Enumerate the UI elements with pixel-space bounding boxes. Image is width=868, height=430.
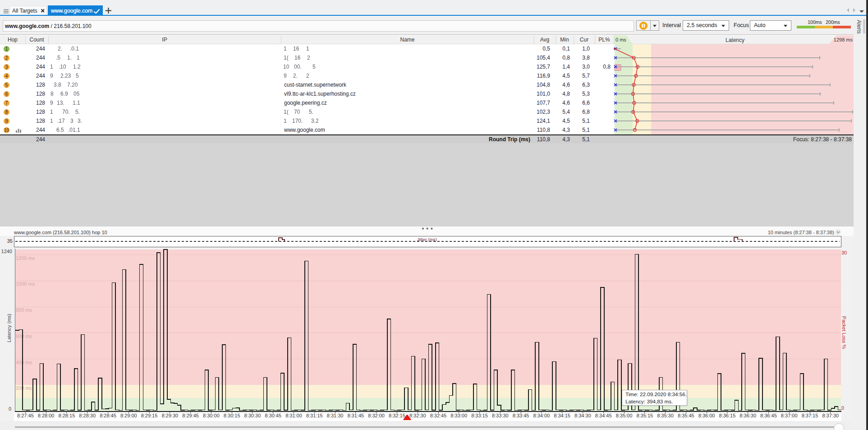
svg-text:8:29:00: 8:29:00 — [120, 413, 137, 418]
svg-text:8:29:45: 8:29:45 — [182, 413, 199, 418]
svg-text:8:28:45: 8:28:45 — [100, 413, 116, 418]
svg-text:8:32:00: 8:32:00 — [368, 413, 385, 418]
svg-text:8:36:45: 8:36:45 — [760, 413, 777, 418]
svg-text:8:34:30: 8:34:30 — [574, 413, 591, 418]
svg-text:200 ms: 200 ms — [16, 385, 32, 391]
svg-text:8:33:00: 8:33:00 — [450, 413, 467, 418]
svg-text:8:37:30: 8:37:30 — [822, 413, 839, 418]
svg-text:8:32:45: 8:32:45 — [430, 413, 447, 418]
svg-text:800 ms: 800 ms — [16, 307, 32, 313]
svg-text:8:35:30: 8:35:30 — [657, 413, 674, 418]
svg-text:8:28:30: 8:28:30 — [79, 413, 96, 418]
svg-text:8:34:15: 8:34:15 — [554, 413, 570, 418]
svg-text:8:31:00: 8:31:00 — [285, 413, 302, 418]
svg-text:1200 ms: 1200 ms — [16, 255, 35, 261]
svg-text:8:28:15: 8:28:15 — [59, 413, 75, 418]
svg-text:8:33:45: 8:33:45 — [513, 413, 529, 418]
svg-text:8:37:00: 8:37:00 — [781, 413, 798, 418]
svg-text:8:35:00: 8:35:00 — [616, 413, 633, 418]
svg-text:8:28:00: 8:28:00 — [38, 413, 55, 418]
svg-text:8:30:00: 8:30:00 — [203, 413, 220, 418]
svg-text:8:31:45: 8:31:45 — [347, 413, 364, 418]
svg-text:8:29:30: 8:29:30 — [161, 413, 178, 418]
svg-text:8:27:45: 8:27:45 — [17, 413, 34, 418]
svg-text:8:37:15: 8:37:15 — [802, 413, 818, 418]
svg-text:1000 ms: 1000 ms — [16, 281, 35, 287]
svg-text:8:32:30: 8:32:30 — [409, 413, 426, 418]
svg-text:8:36:00: 8:36:00 — [698, 413, 715, 418]
svg-text:8:30:15: 8:30:15 — [224, 413, 240, 418]
svg-text:8:34:00: 8:34:00 — [533, 413, 550, 418]
svg-text:8:35:45: 8:35:45 — [678, 413, 694, 418]
svg-text:8:32:15: 8:32:15 — [389, 413, 405, 418]
svg-text:8:33:15: 8:33:15 — [471, 413, 488, 418]
svg-text:8:34:45: 8:34:45 — [595, 413, 612, 418]
svg-text:600 ms: 600 ms — [16, 333, 32, 339]
svg-text:Jitter (ms): Jitter (ms) — [417, 237, 437, 242]
svg-text:8:30:30: 8:30:30 — [244, 413, 261, 418]
svg-text:400 ms: 400 ms — [16, 360, 32, 365]
svg-text:8:30:45: 8:30:45 — [265, 413, 281, 418]
svg-text:8:31:15: 8:31:15 — [306, 413, 323, 418]
svg-text:8:33:30: 8:33:30 — [492, 413, 509, 418]
svg-text:8:35:15: 8:35:15 — [636, 413, 653, 418]
svg-text:8:29:15: 8:29:15 — [141, 413, 158, 418]
svg-text:8:36:15: 8:36:15 — [719, 413, 736, 418]
svg-text:8:36:30: 8:36:30 — [739, 413, 756, 418]
svg-text:8:31:30: 8:31:30 — [327, 413, 344, 418]
